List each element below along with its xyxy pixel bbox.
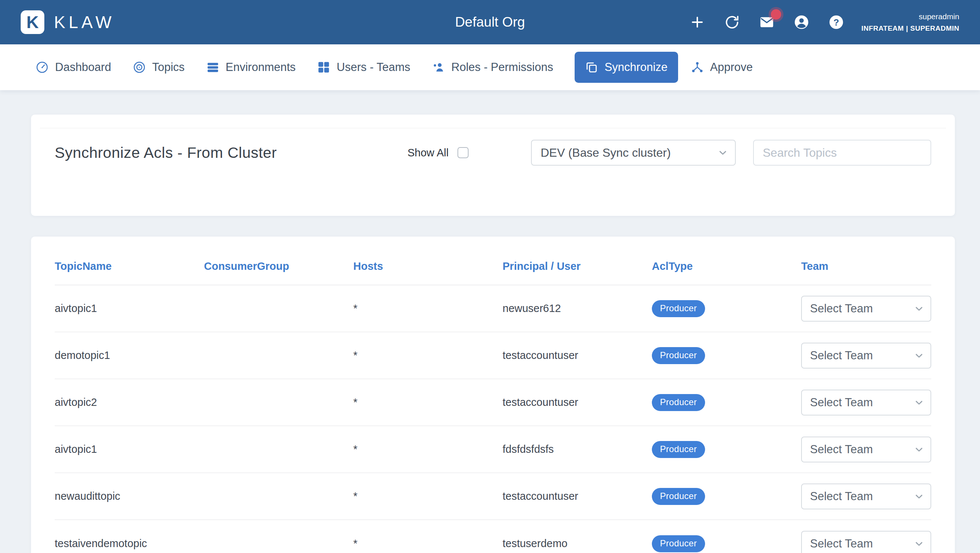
nav-label: Topics xyxy=(152,61,185,74)
nav-item-roles-permissions[interactable]: Roles - Permissions xyxy=(432,57,553,78)
table-body: aivtopic1 * newuser612 Producer Select T… xyxy=(55,285,931,553)
table-header-row: TopicNameConsumerGroupHostsPrincipal / U… xyxy=(55,237,931,285)
team-select-value: Select Team xyxy=(810,349,873,362)
team-select[interactable]: Select Team xyxy=(801,483,931,509)
nav-label: Roles - Permissions xyxy=(451,61,553,74)
column-header: ConsumerGroup xyxy=(204,260,353,273)
cell-principal: fdsfdsfdsfs xyxy=(503,443,652,456)
team-select-value: Select Team xyxy=(810,302,873,315)
cell-principal: newuser612 xyxy=(503,302,652,315)
search-topics-input[interactable] xyxy=(753,140,931,166)
cell-team: Select Team xyxy=(801,343,931,368)
add-button[interactable] xyxy=(689,14,705,30)
refresh-icon xyxy=(724,14,740,30)
show-all-label: Show All xyxy=(407,147,449,159)
notification-badge xyxy=(771,9,781,19)
team-select-value: Select Team xyxy=(810,443,873,456)
cell-team: Select Team xyxy=(801,437,931,462)
cell-principal: testaccountuser xyxy=(503,396,652,408)
team-select[interactable]: Select Team xyxy=(801,437,931,462)
cell-acl-type: Producer xyxy=(652,488,801,505)
team-select-value: Select Team xyxy=(810,396,873,409)
column-header: AclType xyxy=(652,260,801,273)
app-root: K KLAW Default Org ? superadmin INFRATEA… xyxy=(0,0,980,553)
show-all-checkbox[interactable] xyxy=(458,147,469,158)
cluster-select-value: DEV (Base Sync cluster) xyxy=(541,146,671,160)
nav-label: Users - Teams xyxy=(337,61,410,74)
user-info: superadmin INFRATEAM | SUPERADMIN xyxy=(861,12,959,32)
acl-type-badge: Producer xyxy=(652,441,705,458)
refresh-button[interactable] xyxy=(724,14,740,30)
team-select-value: Select Team xyxy=(810,490,873,503)
filter-row: Synchronize Acls - From Cluster Show All… xyxy=(55,115,931,166)
brand[interactable]: K KLAW xyxy=(21,10,115,34)
column-header: TopicName xyxy=(55,260,204,273)
nav-item-synchronize[interactable]: Synchronize xyxy=(574,52,678,83)
column-header: Principal / User xyxy=(503,260,652,273)
filter-card: Synchronize Acls - From Cluster Show All… xyxy=(31,115,955,216)
cell-hosts: * xyxy=(353,349,503,362)
page-title: Synchronize Acls - From Cluster xyxy=(55,144,277,161)
account-button[interactable] xyxy=(793,14,810,30)
chevron-down-icon xyxy=(717,147,729,158)
cell-hosts: * xyxy=(353,302,503,315)
team-select[interactable]: Select Team xyxy=(801,343,931,368)
table-row: newaudittopic * testaccountuser Producer… xyxy=(55,473,931,520)
top-header: K KLAW Default Org ? superadmin INFRATEA… xyxy=(0,0,980,45)
help-button[interactable]: ? xyxy=(828,14,845,30)
nav-item-approve[interactable]: Approve xyxy=(690,57,753,78)
org-name: Default Org xyxy=(455,14,525,30)
table-row: aivtopic1 * fdsfdsfdsfs Producer Select … xyxy=(55,426,931,473)
team-select-value: Select Team xyxy=(810,537,873,550)
chevron-down-icon xyxy=(913,538,924,549)
column-header: Hosts xyxy=(353,260,503,273)
cell-hosts: * xyxy=(353,443,503,456)
cell-hosts: * xyxy=(353,537,503,550)
cell-acl-type: Producer xyxy=(652,394,801,411)
cell-topic-name: aivtopic1 xyxy=(55,302,204,315)
team-select[interactable]: Select Team xyxy=(801,296,931,322)
cell-topic-name: aivtopic1 xyxy=(55,443,204,456)
cell-topic-name: demotopic1 xyxy=(55,349,204,362)
chevron-down-icon xyxy=(913,350,924,361)
topbar-right: ? superadmin INFRATEAM | SUPERADMIN xyxy=(689,12,959,32)
environments-icon xyxy=(206,61,220,74)
nav-item-dashboard[interactable]: Dashboard xyxy=(35,57,111,78)
brand-name: KLAW xyxy=(54,12,115,32)
nav-item-topics[interactable]: Topics xyxy=(133,57,185,78)
topbar-icon-group: ? xyxy=(689,14,845,30)
acl-type-badge: Producer xyxy=(652,347,705,364)
svg-text:?: ? xyxy=(833,18,839,27)
chevron-down-icon xyxy=(913,397,924,408)
plus-icon xyxy=(689,14,705,30)
topics-icon xyxy=(133,61,146,74)
acl-table-card: TopicNameConsumerGroupHostsPrincipal / U… xyxy=(31,237,955,553)
team-select[interactable]: Select Team xyxy=(801,390,931,416)
cell-team: Select Team xyxy=(801,296,931,322)
acl-type-badge: Producer xyxy=(652,300,705,317)
cell-acl-type: Producer xyxy=(652,347,801,364)
acl-type-badge: Producer xyxy=(652,394,705,411)
cell-topic-name: aivtopic2 xyxy=(55,396,204,408)
acl-type-badge: Producer xyxy=(652,488,705,505)
cell-team: Select Team xyxy=(801,390,931,416)
cell-topic-name: testaivendemotopic xyxy=(55,537,204,550)
dashboard-icon xyxy=(35,61,49,74)
user-role: INFRATEAM | SUPERADMIN xyxy=(861,24,959,32)
account-icon xyxy=(793,14,810,30)
nav-item-users-teams[interactable]: Users - Teams xyxy=(317,57,410,78)
cell-hosts: * xyxy=(353,490,503,502)
cluster-select[interactable]: DEV (Base Sync cluster) xyxy=(531,140,736,166)
mail-button[interactable] xyxy=(759,14,775,30)
team-select[interactable]: Select Team xyxy=(801,531,931,553)
klaw-logo-icon: K xyxy=(21,10,45,34)
column-header: Team xyxy=(801,260,931,273)
help-icon: ? xyxy=(828,14,845,30)
cell-team: Select Team xyxy=(801,483,931,509)
cell-hosts: * xyxy=(353,396,503,408)
table-row: aivtopic2 * testaccountuser Producer Sel… xyxy=(55,379,931,426)
nav-item-environments[interactable]: Environments xyxy=(206,57,296,78)
main-content: Synchronize Acls - From Cluster Show All… xyxy=(0,90,980,553)
cell-acl-type: Producer xyxy=(652,441,801,458)
table-row: demotopic1 * testaccountuser Producer Se… xyxy=(55,332,931,379)
